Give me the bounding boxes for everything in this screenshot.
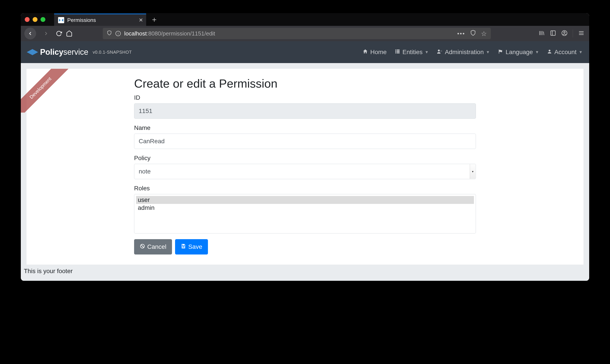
nav-home[interactable]: Home: [362, 49, 387, 56]
library-icon[interactable]: [539, 30, 545, 37]
tab-favicon: [58, 17, 64, 23]
home-button[interactable]: [66, 30, 73, 37]
nav-account[interactable]: Account ▼: [547, 49, 583, 56]
svg-rect-5: [395, 50, 396, 50]
forward-button[interactable]: [40, 28, 52, 39]
app-navbar: Policyservice v0.0.1-SNAPSHOT Home Entit…: [21, 41, 589, 63]
close-window-button[interactable]: [25, 17, 30, 22]
brand-name-light: service: [63, 48, 88, 56]
policy-label: Policy: [134, 155, 476, 162]
browser-toolbar: i localhost:8080/permission/1151/edit ••…: [21, 26, 589, 41]
brand[interactable]: Policyservice v0.0.1-SNAPSHOT: [27, 48, 132, 57]
maximize-window-button[interactable]: [40, 17, 45, 22]
svg-marker-0: [59, 19, 61, 22]
id-field: [134, 103, 476, 119]
sidebar-icon[interactable]: [550, 30, 556, 37]
url-path: /permission/1151/edit: [161, 30, 215, 37]
minimize-window-button[interactable]: [33, 17, 38, 22]
user-cog-icon: [437, 49, 443, 56]
nav-entities-label: Entities: [402, 49, 423, 56]
chevron-down-icon: ▼: [535, 50, 539, 54]
svg-rect-16: [183, 247, 184, 248]
content-area: Development Create or edit a Permission …: [21, 69, 589, 281]
svg-rect-2: [551, 31, 556, 36]
name-label: Name: [134, 124, 476, 131]
svg-rect-10: [397, 52, 399, 53]
nav-language-label: Language: [506, 49, 533, 56]
ban-icon: [140, 243, 145, 250]
profile-icon[interactable]: [561, 30, 568, 37]
save-icon: [181, 243, 186, 250]
svg-rect-15: [183, 244, 184, 246]
new-tab-button[interactable]: ＋: [150, 14, 158, 25]
tab-title: Permissions: [67, 17, 96, 23]
menu-icon[interactable]: [578, 30, 584, 37]
page-title: Create or edit a Permission: [134, 77, 476, 90]
svg-rect-7: [395, 51, 396, 52]
info-icon: i: [116, 31, 121, 36]
reload-button[interactable]: [56, 30, 62, 37]
policy-select[interactable]: [134, 164, 476, 179]
url-text: localhost:8080/permission/1151/edit: [124, 30, 215, 37]
nav-account-label: Account: [554, 49, 576, 56]
home-icon: [362, 49, 368, 56]
form-card: Create or edit a Permission ID Name Poli…: [27, 69, 583, 265]
svg-point-11: [438, 50, 440, 52]
brand-name-bold: Policy: [40, 48, 63, 56]
window-controls: [24, 17, 54, 22]
nav-language[interactable]: Language ▼: [498, 49, 539, 56]
save-button[interactable]: Save: [175, 239, 208, 255]
cancel-button-label: Cancel: [147, 243, 166, 250]
svg-point-4: [564, 32, 565, 33]
pocket-icon[interactable]: [470, 30, 476, 38]
id-label: ID: [134, 94, 476, 101]
browser-tab[interactable]: Permissions ✕: [54, 13, 146, 26]
nav-home-label: Home: [370, 49, 387, 56]
name-field[interactable]: [134, 134, 476, 149]
close-tab-icon[interactable]: ✕: [139, 17, 143, 23]
cancel-button[interactable]: Cancel: [134, 239, 172, 255]
svg-rect-6: [397, 50, 399, 50]
nav-administration-label: Administration: [445, 49, 484, 56]
svg-rect-8: [397, 51, 399, 52]
nav-entities[interactable]: Entities ▼: [395, 49, 429, 56]
flag-icon: [498, 49, 504, 56]
svg-point-12: [441, 51, 441, 51]
svg-point-13: [549, 50, 550, 52]
bookmark-icon[interactable]: ☆: [481, 30, 487, 38]
brand-logo-icon: [27, 49, 38, 55]
save-button-label: Save: [188, 243, 202, 250]
url-bar[interactable]: i localhost:8080/permission/1151/edit ••…: [103, 28, 491, 39]
browser-window: Permissions ✕ ＋ i localhost:8080/permiss…: [21, 13, 589, 281]
page-actions-icon[interactable]: •••: [457, 30, 465, 37]
footer-text: This is your footer: [21, 265, 589, 281]
shield-icon: [107, 30, 112, 38]
list-icon: [395, 49, 400, 56]
brand-version: v0.0.1-SNAPSHOT: [93, 50, 132, 55]
user-icon: [547, 49, 552, 56]
url-host: localhost: [124, 30, 147, 37]
url-port: :8080: [147, 30, 161, 37]
chevron-down-icon: ▼: [425, 50, 429, 54]
roles-multiselect[interactable]: user admin: [134, 194, 476, 234]
chevron-down-icon: ▼: [486, 50, 490, 54]
svg-rect-9: [395, 52, 396, 53]
roles-label: Roles: [134, 185, 476, 192]
chevron-down-icon: ▼: [579, 50, 583, 54]
roles-option-admin[interactable]: admin: [136, 204, 474, 212]
back-button[interactable]: [24, 28, 36, 39]
roles-option-user[interactable]: user: [136, 196, 474, 204]
nav-administration[interactable]: Administration ▼: [437, 49, 490, 56]
svg-marker-1: [62, 19, 63, 22]
browser-tabbar: Permissions ✕ ＋: [21, 13, 589, 26]
chevron-down-icon: ▾: [470, 164, 476, 179]
